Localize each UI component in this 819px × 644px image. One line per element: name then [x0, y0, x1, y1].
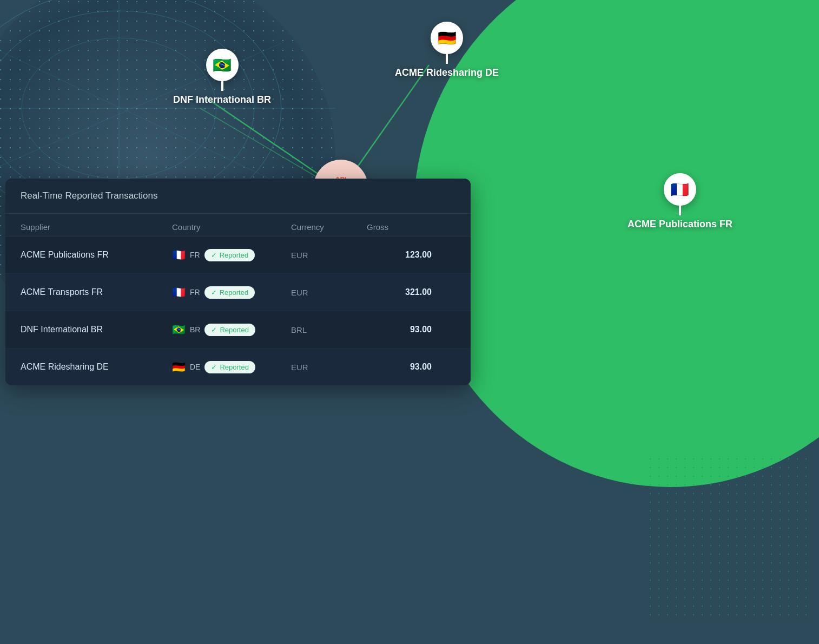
- pin-dnf-br: 🇧🇷 DNF International BR: [173, 49, 271, 106]
- currency-cell: EUR: [291, 288, 367, 297]
- status-badge: ✓ Reported: [204, 361, 255, 373]
- check-icon: ✓: [211, 288, 217, 297]
- table-row: ACME Publications FR 🇫🇷 FR ✓ Reported EU…: [5, 236, 471, 274]
- germany-flag-icon: 🇩🇪: [438, 29, 457, 47]
- table-title: Real-Time Reported Transactions: [5, 179, 471, 214]
- country-code: BR: [190, 325, 200, 334]
- supplier-name: ACME Ridesharing DE: [21, 362, 172, 372]
- country-cell: 🇩🇪 DE ✓ Reported: [172, 360, 291, 373]
- check-icon: ✓: [211, 363, 217, 371]
- country-code: DE: [190, 363, 200, 371]
- row2-flag-icon: 🇫🇷: [172, 286, 186, 299]
- status-badge: ✓ Reported: [204, 286, 255, 299]
- france-flag-icon: 🇫🇷: [670, 181, 689, 199]
- col-header-country: Country: [172, 222, 291, 232]
- check-icon: ✓: [211, 251, 217, 259]
- gross-cell: 93.00: [367, 325, 432, 334]
- col-header-supplier: Supplier: [21, 222, 172, 232]
- country-code: FR: [190, 288, 200, 297]
- currency-cell: EUR: [291, 251, 367, 260]
- transactions-table: Real-Time Reported Transactions Supplier…: [5, 179, 471, 385]
- check-icon: ✓: [211, 326, 217, 334]
- col-header-currency: Currency: [291, 222, 367, 232]
- country-cell: 🇫🇷 FR ✓ Reported: [172, 248, 291, 261]
- supplier-name: ACME Publications FR: [21, 250, 172, 260]
- currency-cell: BRL: [291, 325, 367, 334]
- table-row: ACME Ridesharing DE 🇩🇪 DE ✓ Reported EUR…: [5, 349, 471, 385]
- pin-tail-de: [446, 53, 448, 64]
- pin-acme-fr: 🇫🇷 ACME Publications FR: [628, 173, 732, 230]
- pin-flag-dnf: 🇧🇷: [206, 49, 239, 81]
- table-column-headers: Supplier Country Currency Gross: [5, 214, 471, 236]
- currency-cell: EUR: [291, 363, 367, 372]
- supplier-name: ACME Transports FR: [21, 287, 172, 297]
- pin-flag-fr: 🇫🇷: [664, 173, 696, 206]
- gross-cell: 123.00: [367, 250, 432, 260]
- status-label: Reported: [220, 326, 248, 334]
- country-code: FR: [190, 251, 200, 259]
- brazil-flag-icon: 🇧🇷: [213, 56, 232, 74]
- row4-flag-icon: 🇩🇪: [172, 360, 186, 373]
- status-label: Reported: [220, 363, 248, 371]
- gross-cell: 93.00: [367, 362, 432, 372]
- pin-flag-de: 🇩🇪: [431, 22, 463, 54]
- table-row: DNF International BR 🇧🇷 BR ✓ Reported BR…: [5, 311, 471, 349]
- supplier-name: DNF International BR: [21, 325, 172, 334]
- country-cell: 🇧🇷 BR ✓ Reported: [172, 323, 291, 336]
- table-row: ACME Transports FR 🇫🇷 FR ✓ Reported EUR …: [5, 274, 471, 311]
- pin-tail-dnf: [221, 80, 223, 91]
- status-label: Reported: [220, 288, 248, 297]
- green-dots-decoration: [646, 455, 808, 617]
- status-badge: ✓ Reported: [204, 249, 255, 261]
- pin-label-de: ACME Ridesharing DE: [395, 67, 499, 78]
- gross-cell: 321.00: [367, 287, 432, 297]
- country-cell: 🇫🇷 FR ✓ Reported: [172, 286, 291, 299]
- col-header-gross: Gross: [367, 222, 432, 232]
- pin-tail-fr: [679, 205, 681, 215]
- row3-flag-icon: 🇧🇷: [172, 323, 186, 336]
- status-label: Reported: [220, 251, 248, 259]
- pin-acme-de: 🇩🇪 ACME Ridesharing DE: [395, 22, 499, 78]
- row1-flag-icon: 🇫🇷: [172, 248, 186, 261]
- pin-label-dnf: DNF International BR: [173, 94, 271, 106]
- status-badge: ✓ Reported: [204, 324, 255, 336]
- pin-label-fr: ACME Publications FR: [628, 219, 732, 230]
